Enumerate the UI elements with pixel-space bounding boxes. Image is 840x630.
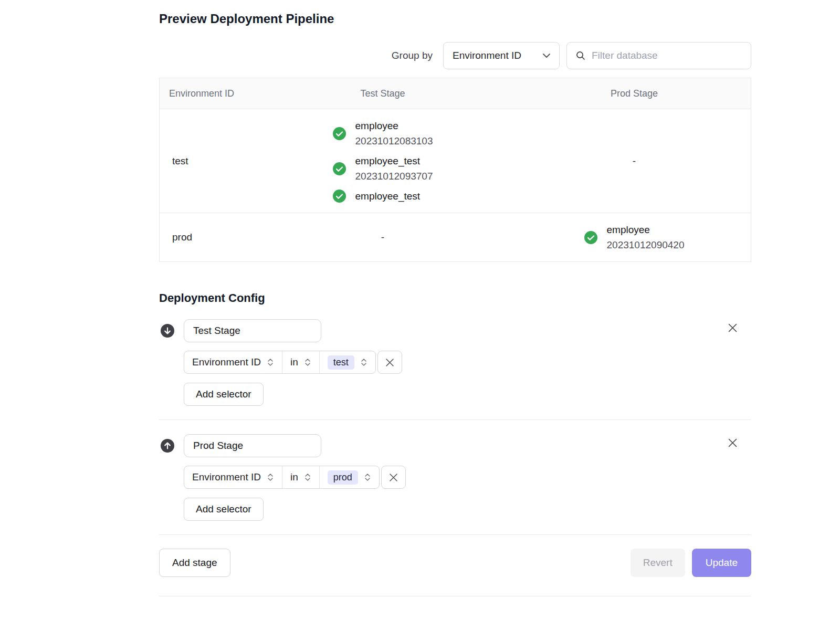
stage-block-test: Environment ID in test: [159, 305, 751, 420]
update-button[interactable]: Update: [692, 549, 751, 577]
stage-header: [159, 319, 751, 342]
selector-operator-label: in: [290, 356, 298, 368]
test-stage-cell: -: [249, 213, 517, 261]
column-header-prod-stage: Prod Stage: [517, 88, 752, 99]
up-down-chevron-icon: [267, 473, 274, 481]
database-item: employee_test: [333, 188, 433, 204]
column-header-environment: Environment ID: [160, 88, 249, 99]
database-name: employee: [607, 222, 685, 237]
table-row: prod - employee 20231012090420: [160, 213, 751, 261]
remove-stage-button[interactable]: [726, 321, 740, 335]
environment-cell: prod: [160, 213, 249, 261]
up-down-chevron-icon: [360, 358, 368, 366]
database-version: 20231012093707: [355, 169, 433, 184]
table-row: test employee 20231012083103: [160, 109, 751, 213]
group-by-select[interactable]: Environment ID: [443, 42, 560, 69]
table-header-row: Environment ID Test Stage Prod Stage: [160, 78, 751, 109]
success-check-icon: [333, 127, 346, 140]
revert-button[interactable]: Revert: [631, 549, 685, 577]
success-check-icon: [333, 162, 346, 175]
remove-stage-button[interactable]: [726, 436, 740, 450]
selector-key-label: Environment ID: [192, 356, 261, 368]
close-icon: [728, 327, 738, 334]
close-icon: [389, 473, 398, 482]
chevron-down-icon: [543, 54, 550, 58]
add-selector-button[interactable]: Add selector: [184, 498, 264, 521]
section-title-deployment-config: Deployment Config: [159, 291, 751, 305]
arrow-up-circle-icon: [161, 439, 174, 453]
remove-selector-button[interactable]: [377, 351, 402, 374]
up-down-chevron-icon: [267, 358, 274, 366]
toolbar: Group by Environment ID: [159, 42, 751, 69]
pipeline-table: Environment ID Test Stage Prod Stage tes…: [159, 78, 751, 262]
stage-name-input[interactable]: [184, 319, 321, 342]
add-stage-button[interactable]: Add stage: [159, 549, 230, 577]
database-version: 20231012083103: [355, 133, 433, 149]
selector-row: Environment ID in prod: [184, 466, 751, 489]
database-item: employee 20231012083103: [333, 118, 433, 149]
selector-group: Environment ID in prod: [184, 466, 380, 489]
right-actions: Revert Update: [631, 549, 751, 577]
up-down-chevron-icon: [304, 358, 311, 366]
bottom-divider: [159, 596, 751, 596]
empty-placeholder: -: [381, 232, 384, 243]
filter-database-wrapper: [566, 42, 751, 69]
close-icon: [385, 358, 394, 367]
bottom-actions: Add stage Revert Update: [159, 549, 751, 577]
selector-value-tag: test: [328, 355, 354, 370]
deployment-pipeline-page: Preview Deployment Pipeline Group by Env…: [159, 0, 751, 596]
up-down-chevron-icon: [304, 473, 311, 481]
selector-key-select[interactable]: Environment ID: [184, 466, 282, 488]
database-item: employee 20231012090420: [584, 222, 685, 253]
selector-group: Environment ID in test: [184, 351, 376, 374]
test-stage-cell: employee 20231012083103 employee_test 20…: [249, 109, 517, 213]
selector-value-select[interactable]: test: [319, 351, 375, 373]
remove-selector-button[interactable]: [381, 466, 406, 489]
arrow-down-circle-icon: [161, 324, 174, 338]
empty-placeholder: -: [633, 155, 636, 167]
selector-operator-label: in: [290, 471, 298, 483]
column-header-test-stage: Test Stage: [249, 88, 517, 99]
environment-cell: test: [160, 109, 249, 213]
database-name: employee: [355, 118, 433, 133]
selector-value-select[interactable]: prod: [319, 466, 379, 488]
database-name: employee_test: [355, 188, 421, 204]
up-down-chevron-icon: [364, 473, 371, 481]
success-check-icon: [333, 190, 346, 203]
search-icon: [575, 50, 586, 61]
selector-key-label: Environment ID: [192, 471, 261, 483]
success-check-icon: [584, 231, 597, 244]
stage-block-prod: Environment ID in prod: [159, 420, 751, 535]
selector-key-select[interactable]: Environment ID: [184, 351, 282, 373]
prod-stage-cell: employee 20231012090420: [517, 213, 752, 261]
add-selector-button[interactable]: Add selector: [184, 383, 264, 406]
selector-value-tag: prod: [328, 470, 358, 485]
filter-database-input[interactable]: [566, 42, 751, 69]
prod-stage-cell: -: [517, 109, 752, 213]
database-version: 20231012090420: [607, 237, 685, 253]
group-by-value: Environment ID: [453, 50, 521, 61]
selector-operator-select[interactable]: in: [282, 351, 319, 373]
selector-row: Environment ID in test: [184, 351, 751, 374]
database-name: employee_test: [355, 153, 433, 169]
group-by-label: Group by: [392, 50, 433, 61]
stage-header: [159, 434, 751, 457]
page-title: Preview Deployment Pipeline: [159, 12, 751, 26]
close-icon: [728, 442, 738, 449]
database-item: employee_test 20231012093707: [333, 153, 433, 184]
selector-operator-select[interactable]: in: [282, 466, 319, 488]
stage-name-input[interactable]: [184, 434, 321, 457]
